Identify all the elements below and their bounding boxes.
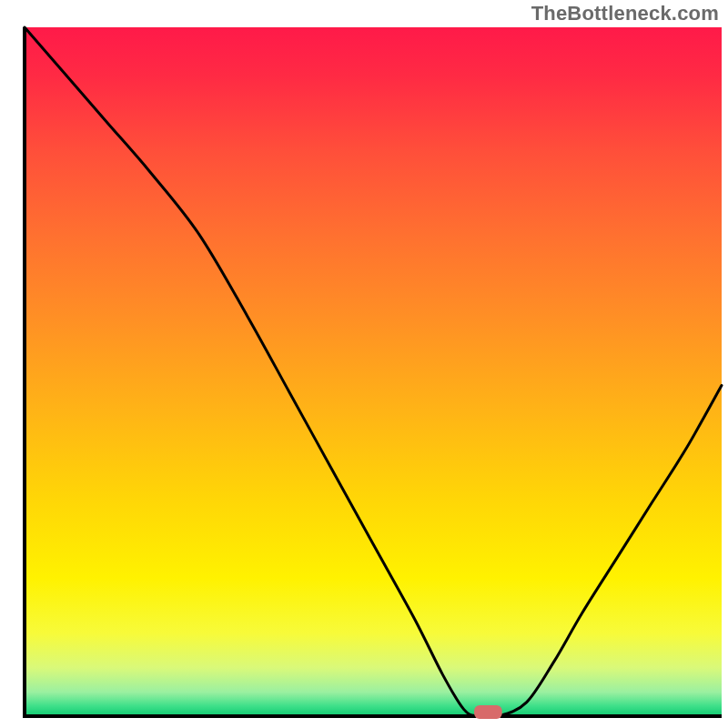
bottleneck-chart [0, 0, 728, 728]
optimum-marker [474, 705, 502, 719]
watermark-label: TheBottleneck.com [531, 2, 719, 25]
plot-background [25, 27, 722, 716]
chart-container: TheBottleneck.com [0, 0, 728, 728]
